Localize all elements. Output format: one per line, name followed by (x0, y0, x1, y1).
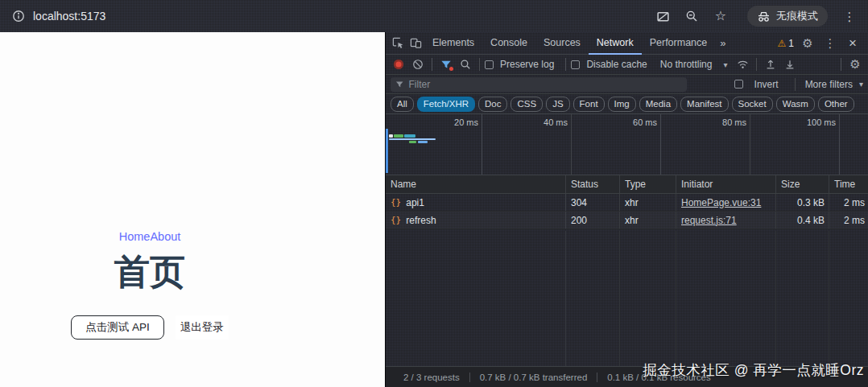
request-size: 0.4 kB (775, 212, 829, 228)
device-toolbar-icon[interactable] (407, 35, 424, 51)
chip-wasm[interactable]: Wasm (776, 97, 815, 112)
timeline-tick: 100 ms (791, 117, 836, 127)
filter-input[interactable] (408, 79, 682, 90)
more-filters-dropdown[interactable]: More filters ▾ (805, 79, 863, 90)
chip-fetch-xhr[interactable]: Fetch/XHR (417, 97, 475, 112)
tab-network[interactable]: Network (589, 32, 642, 55)
request-status: 200 (565, 212, 619, 228)
initiator-link[interactable]: HomePage.vue:31 (681, 197, 761, 208)
divider (841, 58, 841, 71)
warning-count: 1 (788, 38, 794, 49)
browser-actions: ☆ 无痕模式 ⋮ (655, 6, 868, 27)
request-name: api1 (406, 197, 424, 208)
address-url[interactable]: localhost:5173 (33, 10, 105, 23)
waterfall-bar (409, 141, 416, 143)
chevron-down-icon: ▾ (723, 60, 727, 69)
waterfall-bar (394, 134, 403, 138)
page-title: 首页 (0, 249, 300, 294)
column-separator (619, 231, 620, 366)
record-network-log-icon[interactable] (394, 60, 403, 69)
disable-cache-checkbox[interactable] (571, 60, 580, 69)
import-har-icon[interactable] (762, 56, 779, 72)
request-size: 0.3 kB (775, 194, 829, 211)
devtools-menu-icon[interactable]: ⋮ (821, 35, 839, 51)
more-filters-label: More filters (805, 79, 853, 90)
nav-link-home[interactable]: Home (119, 230, 151, 243)
chip-font[interactable]: Font (573, 97, 605, 112)
table-row[interactable]: {} api1 304 xhr HomePage.vue:31 0.3 kB 2… (386, 194, 868, 212)
transferred-size: 0.7 kB / 0.7 kB transferred (469, 373, 597, 382)
throttling-select[interactable]: No throttling ▾ (660, 59, 728, 70)
search-network-icon[interactable] (457, 56, 474, 72)
devtools-settings-icon[interactable]: ⚙ (799, 35, 816, 51)
col-header-size[interactable]: Size (775, 175, 829, 193)
bookmark-star-icon[interactable]: ☆ (713, 9, 728, 23)
chip-socket[interactable]: Socket (732, 97, 773, 112)
tab-elements[interactable]: Elements (424, 32, 482, 55)
column-separator (565, 231, 566, 366)
invert-label[interactable]: Invert (754, 79, 779, 90)
devtools-tabbar-right: ⚠ 1 ⚙ ⋮ × (778, 35, 865, 51)
network-overview[interactable]: 20 ms 40 ms 60 ms 80 ms 100 ms (386, 114, 868, 175)
devtools-close-icon[interactable]: × (844, 35, 862, 51)
disable-cache-label[interactable]: Disable cache (586, 59, 647, 70)
divider (795, 78, 796, 91)
tab-console[interactable]: Console (482, 32, 535, 55)
network-settings-icon[interactable]: ⚙ (846, 56, 864, 72)
table-row[interactable]: {} refresh 200 xhr request.js:71 0.4 kB … (386, 212, 868, 229)
tab-sources[interactable]: Sources (535, 32, 589, 55)
invert-checkbox[interactable] (734, 80, 743, 89)
chip-other[interactable]: Other (818, 97, 854, 112)
logout-button[interactable]: 退出登录 (176, 315, 229, 340)
timeline-gridline (482, 114, 482, 175)
divider (756, 58, 757, 71)
tab-performance[interactable]: Performance (642, 32, 716, 55)
send-to-devices-icon[interactable] (655, 9, 670, 23)
inspect-element-icon[interactable] (389, 35, 407, 51)
request-name-cell: {} refresh (386, 212, 565, 228)
page-info-icon[interactable] (11, 9, 26, 23)
overview-window-handle[interactable] (386, 129, 388, 173)
preserve-log-checkbox[interactable] (485, 60, 494, 69)
chip-js[interactable]: JS (546, 97, 569, 112)
filter-active-dot (449, 67, 453, 71)
chip-img[interactable]: Img (608, 97, 636, 112)
warning-icon: ⚠ (778, 38, 787, 49)
waterfall-bar (389, 138, 436, 140)
incognito-icon (757, 10, 771, 23)
col-header-initiator[interactable]: Initiator (676, 175, 775, 193)
devtools-tabbar: Elements Console Sources Network Perform… (386, 32, 868, 55)
browser-menu-icon[interactable]: ⋮ (842, 9, 857, 23)
chip-all[interactable]: All (391, 97, 414, 112)
col-header-name[interactable]: Name (386, 175, 565, 193)
clear-network-log-icon[interactable] (409, 56, 427, 72)
chip-doc[interactable]: Doc (478, 97, 507, 112)
watermark: 掘金技术社区 @ 再学一点就睡Orz (643, 360, 864, 380)
nav-link-about[interactable]: About (150, 230, 180, 243)
page-actions: 点击测试 API 退出登录 (0, 315, 300, 340)
request-initiator-cell: HomePage.vue:31 (676, 194, 775, 211)
col-header-time[interactable]: Time (829, 175, 868, 193)
col-header-status[interactable]: Status (565, 175, 619, 193)
chip-media[interactable]: Media (639, 97, 677, 112)
chip-manifest[interactable]: Manifest (680, 97, 728, 112)
network-conditions-icon[interactable] (734, 56, 751, 72)
initiator-link[interactable]: request.js:71 (681, 215, 737, 226)
chip-css[interactable]: CSS (510, 97, 543, 112)
search-icon[interactable] (684, 9, 699, 23)
address-bar[interactable]: localhost:5173 (0, 9, 105, 23)
test-api-button[interactable]: 点击测试 API (71, 315, 164, 340)
divider (432, 58, 432, 71)
requests-table-header: Name Status Type Initiator Size Time (386, 175, 868, 194)
col-header-type[interactable]: Type (619, 175, 676, 193)
export-har-icon[interactable] (781, 56, 799, 72)
requests-count: 2 / 3 requests (394, 373, 469, 382)
xhr-braces-icon: {} (391, 215, 401, 225)
filter-input-box[interactable] (391, 77, 687, 92)
filter-icon[interactable] (437, 56, 455, 72)
more-tabs-icon[interactable]: » (715, 37, 730, 49)
devtools-panel: Elements Console Sources Network Perform… (385, 32, 868, 387)
issues-counter[interactable]: ⚠ 1 (778, 38, 794, 49)
network-toolbar: Preserve log Disable cache No throttling… (386, 55, 868, 75)
preserve-log-label[interactable]: Preserve log (500, 59, 554, 70)
